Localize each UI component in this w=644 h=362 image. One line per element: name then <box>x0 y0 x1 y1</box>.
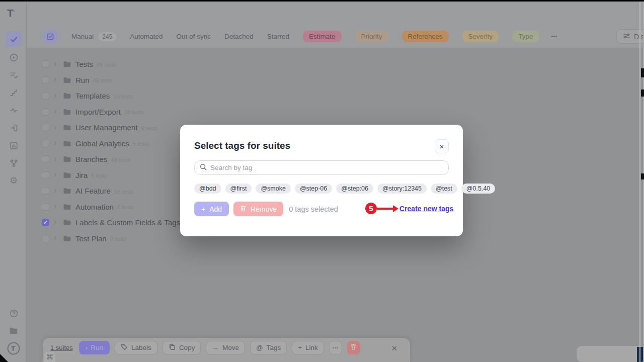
chevron-right-icon[interactable]: › <box>54 170 59 179</box>
row-checkbox[interactable] <box>42 60 49 68</box>
tag-pill[interactable]: @smoke <box>256 184 291 194</box>
run-button[interactable]: › Run <box>79 341 110 354</box>
sidebar-item-settings[interactable]: ⚙ <box>6 172 22 189</box>
tag-pill[interactable]: @story:12345 <box>377 184 427 194</box>
tag-search[interactable] <box>194 160 449 175</box>
suite-name[interactable]: Import/Export <box>75 108 121 116</box>
bulk-select-icon[interactable] <box>43 29 58 44</box>
filter-tab-detached[interactable]: Detached <box>224 33 254 40</box>
tag-pill[interactable]: @0.5.40 <box>461 184 495 194</box>
chevron-right-icon[interactable]: › <box>54 186 59 195</box>
sidebar-item-steps[interactable] <box>6 84 22 101</box>
copy-button[interactable]: Copy <box>163 341 201 354</box>
filter-tab-automated[interactable]: Automated <box>130 33 163 40</box>
tree-row[interactable]: › Tests 55 tests <box>27 56 640 72</box>
chevron-right-icon[interactable]: › <box>54 202 59 211</box>
tag-pill[interactable]: @bdd <box>194 184 221 194</box>
suite-name[interactable]: AI Feature <box>75 187 111 195</box>
row-checkbox[interactable] <box>42 124 49 131</box>
row-checkbox[interactable] <box>42 171 49 179</box>
suite-name[interactable]: Test Plan <box>75 234 107 243</box>
filter-tab-manual[interactable]: Manual 245 <box>71 32 116 41</box>
tag-search-input[interactable] <box>210 164 432 171</box>
chevron-right-icon[interactable]: › <box>54 154 59 163</box>
suite-name[interactable]: Jira <box>75 171 88 179</box>
actionbar-more-button[interactable]: ••• <box>329 341 342 354</box>
tree-row[interactable]: › Run 48 tests <box>27 72 640 88</box>
sidebar-item-branches[interactable] <box>6 155 22 171</box>
row-checkbox[interactable] <box>42 203 49 211</box>
link-button[interactable]: + Link <box>292 341 324 354</box>
move-button[interactable]: → Move <box>206 341 245 354</box>
search-icon <box>200 163 207 172</box>
tree-row[interactable]: › Import/Export 38 tests <box>27 104 640 120</box>
ellipsis-icon: ••• <box>333 345 338 350</box>
sidebar-item-analytics[interactable] <box>6 137 22 153</box>
row-checkbox[interactable] <box>42 155 49 163</box>
sidebar-item-pulse[interactable] <box>6 102 22 118</box>
row-checkbox[interactable] <box>42 92 49 100</box>
at-icon: @ <box>256 344 263 351</box>
filter-badge-references[interactable]: References <box>402 31 449 42</box>
chevron-right-icon[interactable]: › <box>54 138 59 147</box>
selected-suites-link[interactable]: 1 suites <box>50 344 73 351</box>
remove-tags-button[interactable]: Remove <box>233 202 283 216</box>
suite-name[interactable]: User Management <box>75 123 137 132</box>
row-checkbox[interactable] <box>42 187 49 195</box>
plus-icon: + <box>201 205 205 213</box>
labels-button[interactable]: Labels <box>115 341 157 354</box>
chevron-right-icon[interactable]: › <box>54 107 59 116</box>
filter-tab-out-of-sync[interactable]: Out of sync <box>177 33 211 40</box>
chevron-right-icon[interactable]: › <box>54 218 59 227</box>
chevron-right-icon[interactable]: › <box>54 91 59 100</box>
svg-text:T: T <box>11 345 15 352</box>
filter-tab-starred[interactable]: Starred <box>267 33 289 40</box>
tree-row[interactable]: › Templates 19 tests <box>27 88 640 104</box>
row-checkbox[interactable] <box>42 108 49 116</box>
tag-pill[interactable]: @step:06 <box>336 184 373 194</box>
suite-name[interactable]: Run <box>75 76 90 84</box>
chevron-right-icon[interactable]: › <box>54 59 59 68</box>
suite-name[interactable]: Tests <box>75 60 93 68</box>
filter-badge-estimate[interactable]: Estimate <box>303 31 342 42</box>
chevron-right-icon[interactable]: › <box>54 233 59 242</box>
filter-badge-type[interactable]: Type <box>512 31 539 42</box>
list-check-icon <box>10 71 18 79</box>
row-checkbox[interactable] <box>42 76 49 84</box>
filter-badge-severity[interactable]: Severity <box>462 31 499 42</box>
row-checkbox[interactable] <box>42 140 49 147</box>
sidebar-item-docs[interactable] <box>6 323 22 339</box>
row-checkbox[interactable] <box>42 235 49 242</box>
tags-button[interactable]: @ Tags <box>250 341 287 354</box>
sidebar-item-test-plans[interactable] <box>6 67 22 83</box>
filter-more-button[interactable]: ••• <box>551 34 557 39</box>
tag-pill[interactable]: @first <box>225 184 252 194</box>
command-key-icon: ⌘ <box>44 352 55 362</box>
suite-name[interactable]: Automation <box>75 203 114 211</box>
sidebar-item-help[interactable] <box>6 305 22 321</box>
folder-icon <box>9 326 18 335</box>
annotation-step: 5 Create new tags <box>365 203 453 214</box>
suite-name[interactable]: Branches <box>75 155 107 163</box>
suite-name[interactable]: Global Analytics <box>75 139 129 148</box>
suite-name[interactable]: Labels & Custom Fields & Tags <box>75 218 180 227</box>
modal-close-button[interactable]: × <box>435 139 449 153</box>
tag-pill[interactable]: @step-06 <box>295 184 332 194</box>
sidebar-item-tests[interactable] <box>6 31 22 47</box>
tag-pill[interactable]: @test <box>431 184 457 194</box>
app-logo-icon[interactable]: T' <box>7 7 20 21</box>
annotation-arrow <box>377 208 393 210</box>
row-checkbox[interactable]: ✓ <box>42 219 49 226</box>
filter-badge-priority[interactable]: Priority <box>355 31 388 42</box>
suite-name[interactable]: Templates <box>75 92 110 100</box>
scrollbar-track[interactable] <box>639 2 640 362</box>
close-actionbar-icon[interactable]: ✕ <box>391 344 397 353</box>
create-new-tags-link[interactable]: Create new tags <box>399 205 453 213</box>
add-tags-button[interactable]: + Add <box>194 202 229 216</box>
chevron-right-icon[interactable]: › <box>54 123 59 132</box>
sidebar-item-import[interactable] <box>6 120 22 136</box>
trash-icon <box>350 343 357 351</box>
delete-button[interactable] <box>347 341 360 354</box>
sidebar-item-runs[interactable] <box>6 49 22 65</box>
chevron-right-icon[interactable]: › <box>54 75 59 84</box>
